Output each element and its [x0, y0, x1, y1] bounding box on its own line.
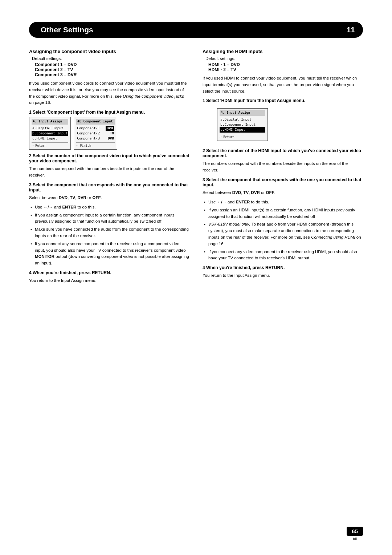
left-menu1-item2: c.HDMI Input: [32, 136, 68, 141]
left-section-heading: Assigning the component video inputs: [29, 49, 189, 54]
left-bullet-intro-text: Default settings:: [32, 56, 62, 61]
left-step1-heading: 1 Select 'Component Input' from the Inpu…: [29, 110, 189, 115]
left-bullet-0: Use ←/→ and ENTER to do this.: [29, 204, 189, 211]
right-step4-para: You return to the Input Assign menu.: [203, 272, 363, 279]
left-bullet-2: Make sure you have connected the audio f…: [29, 226, 189, 239]
right-step3-text: 3 Select the component that corresponds …: [203, 177, 361, 187]
left-menu1: 4. Input Assign a.Digital Input b.Compon…: [29, 117, 71, 150]
page-footer: 65 En: [347, 527, 363, 540]
left-bullets: Use ←/→ and ENTER to do this. If you ass…: [29, 204, 189, 267]
right-section-heading: Assigning the HDMI inputs: [203, 49, 363, 54]
right-bullet-1: If you assign an HDMI input(s) to a cert…: [203, 207, 363, 220]
left-menu1-footer: ↩ Return: [32, 142, 68, 148]
left-step3-text: 3 Select the component that corresponds …: [29, 182, 188, 193]
left-column: Assigning the component video inputs Def…: [29, 49, 189, 287]
left-step4-heading: 4 When you're finished, press RETURN.: [29, 270, 189, 275]
left-default-settings: Component 1 – DVD Component 2 – TV Compo…: [35, 62, 189, 77]
left-menu1-title: 4. Input Assign: [32, 119, 68, 125]
right-step2-text: 2 Select the number of the HDMI input to…: [203, 148, 361, 158]
right-bullets: Use ←/→ and ENTER to do this. If you ass…: [203, 199, 363, 262]
right-step1-heading: 1 Select 'HDMI Input' from the Input Ass…: [203, 98, 363, 103]
chapter-number-text: 11: [347, 25, 355, 34]
left-step2-text: 2 Select the number of the component vid…: [29, 153, 189, 163]
right-step4-heading: 4 When you're finished, press RETURN.: [203, 265, 363, 270]
right-step1-text: 1 Select 'HDMI Input' from the Input Ass…: [203, 98, 305, 103]
right-default-intro: Default settings:: [205, 56, 363, 61]
page-lang: En: [353, 536, 357, 540]
right-hdmi-item2: c.HDMI Input: [220, 127, 265, 132]
right-hdmi-menu-title: 4. Input Assign: [220, 110, 265, 116]
main-content: Assigning the component video inputs Def…: [29, 49, 363, 287]
page-number: 65: [347, 527, 363, 536]
right-step3-heading: 3 Select the component that corresponds …: [203, 177, 363, 187]
left-default-1: Component 2 – TV: [35, 67, 189, 72]
right-step2-heading: 2 Select the number of the HDMI input to…: [203, 148, 363, 158]
left-default-intro: Default settings:: [32, 56, 189, 61]
page-header: Other Settings 11: [29, 22, 363, 38]
right-step2-para: The numbers correspond with the numbers …: [203, 161, 363, 174]
right-default-1: HDMI - 2 – TV: [208, 67, 363, 72]
left-step1-text: 1 Select 'Component Input' from the Inpu…: [29, 110, 145, 115]
right-bullet-2: VSX-818V model only: To hear audio from …: [203, 221, 363, 247]
left-bullet-3: If you connect any source component to t…: [29, 241, 189, 267]
left-menu2-item1: Component-2 TV: [76, 131, 115, 136]
right-default-settings: HDMI - 1 – DVD HDMI - 2 – TV: [208, 62, 363, 72]
right-menu-container: 4. Input Assign a.Digital Input b.Compon…: [217, 108, 268, 141]
left-menu1-item0: a.Digital Input: [32, 126, 68, 131]
chapter-number: 11: [339, 22, 363, 38]
right-intro-para: If you used HDMI to connect your video e…: [203, 75, 363, 94]
right-hdmi-item1: b.Component Input: [220, 122, 265, 127]
chapter-title: Other Settings: [29, 22, 339, 38]
right-column: Assigning the HDMI inputs Default settin…: [203, 49, 363, 287]
left-intro-para: If you used component video cords to con…: [29, 80, 189, 106]
left-step3-heading: 3 Select the component that corresponds …: [29, 182, 189, 193]
left-step4-para: You return to the Input Assign menu.: [29, 278, 189, 284]
right-default-0: HDMI - 1 – DVD: [208, 62, 363, 67]
right-step4-text: 4 When you're finished, press RETURN.: [203, 265, 285, 270]
left-menu2: 4b Component Input Component-1 DVD Compo…: [74, 117, 117, 150]
left-menu2-item2: Component-3 DVR: [76, 136, 115, 141]
left-menu1-item1: b.Component Input: [32, 131, 68, 136]
left-step2-para: The numbers correspond with the numbers …: [29, 166, 189, 179]
left-menu-row: 4. Input Assign a.Digital Input b.Compon…: [29, 117, 189, 150]
left-menu2-footer: ↩ Finish: [76, 142, 115, 148]
left-bullet-1: If you assign a component input to a cer…: [29, 212, 189, 225]
left-step4-text: 4 When you're finished, press RETURN.: [29, 270, 111, 275]
right-hdmi-footer: ↩ Return: [220, 134, 265, 139]
chapter-title-text: Other Settings: [41, 25, 93, 34]
right-step3-para: Select between DVD, TV, DVR or OFF.: [203, 190, 363, 196]
right-hdmi-menu: 4. Input Assign a.Digital Input b.Compon…: [217, 108, 268, 141]
right-bullet-0: Use ←/→ and ENTER to do this.: [203, 199, 363, 206]
page: Other Settings 11 Assigning the componen…: [0, 0, 392, 555]
left-step2-heading: 2 Select the number of the component vid…: [29, 153, 189, 163]
right-bullet-3: If you connect any video component to th…: [203, 249, 363, 262]
right-hdmi-item0: a.Digital Input: [220, 117, 265, 122]
left-default-0: Component 1 – DVD: [35, 62, 189, 67]
left-menu2-title: 4b Component Input: [76, 119, 115, 125]
left-menu2-item0: Component-1 DVD: [76, 126, 115, 131]
right-bullet-intro-text: Default settings:: [205, 56, 235, 61]
left-default-2: Component 3 – DVR: [35, 72, 189, 77]
left-step3-para: Select between DVD, TV, DVR or OFF.: [29, 195, 189, 201]
